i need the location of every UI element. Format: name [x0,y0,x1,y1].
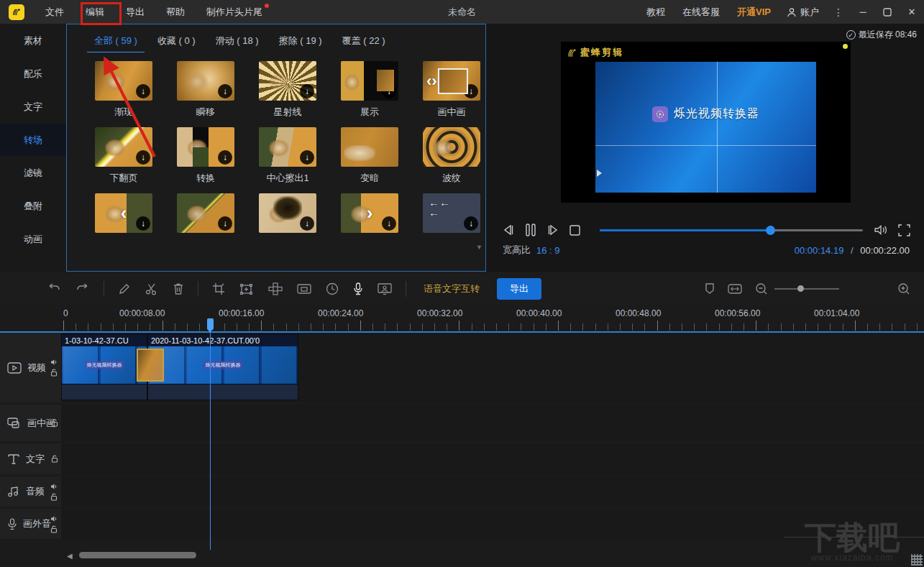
transition-item[interactable]: ↓ 转换 [166,127,245,183]
transition-item[interactable]: › ↓ [330,193,409,249]
transition-item[interactable]: ‹ ↓ [84,193,163,249]
track-header[interactable]: 视频 [0,333,61,402]
track-header[interactable]: 音频 [0,476,61,507]
transition-thumbnail[interactable]: ↓ [177,61,234,101]
track-header[interactable]: 文字 [0,443,61,474]
transition-thumbnail[interactable]: ↓ [341,127,398,167]
track-body[interactable] [61,405,924,441]
transition-item[interactable]: ↓ 变暗 [330,127,409,183]
volume-icon[interactable] [873,223,889,237]
picture-in-picture-button[interactable] [296,282,312,296]
transitions-tab[interactable]: 擦除 ( 19 ) [272,34,329,52]
transition-thumbnail[interactable]: ↓ [95,127,152,167]
track-body[interactable] [61,476,924,507]
download-icon[interactable]: ↓ [300,84,314,98]
download-icon[interactable]: ↓ [300,150,314,165]
track-header[interactable]: 画中画 [0,405,61,441]
export-button[interactable]: 导出 [497,278,541,300]
undo-button[interactable] [46,282,62,296]
minimize-button[interactable]: ─ [851,0,875,24]
transition-thumbnail[interactable]: ↓ [341,61,398,101]
transition-item[interactable]: ↓ 瞬移 [166,61,245,117]
horizontal-scrollbar[interactable] [79,552,196,558]
download-icon[interactable]: ↓ [464,216,478,231]
transition-thumbnail[interactable]: › ↓ [341,193,398,233]
track-body[interactable]: 1-03-10-42-37.CU 烁光视频转换器 2020-11-03-10-4… [61,333,924,402]
edit-pencil-button[interactable] [117,282,132,296]
transitions-tab[interactable]: 收藏 ( 0 ) [150,34,203,52]
split-scissors-button[interactable] [145,282,159,296]
playhead-handle[interactable] [207,318,214,330]
titlebar-link[interactable]: 在线客服 [674,0,728,24]
download-icon[interactable]: ↓ [136,216,150,231]
download-icon[interactable]: ↓ [382,216,396,231]
speech-text-convert-button[interactable]: 语音文字互转 [424,282,480,295]
transitions-tab[interactable]: 滑动 ( 18 ) [209,34,266,52]
track-lock-icon[interactable] [50,493,58,501]
transition-thumbnail[interactable]: ↓ [423,127,480,167]
previous-frame-button[interactable] [501,223,516,236]
transition-thumbnail[interactable]: ↓ [177,127,234,167]
scroll-left-icon[interactable]: ◀ [67,552,73,560]
fullscreen-icon[interactable] [897,223,911,237]
transition-thumbnail[interactable]: ‹› ↓ [423,61,480,101]
zoom-out-button[interactable] [754,282,769,296]
download-icon[interactable]: ↓ [300,216,314,231]
sidebar-item[interactable]: 文字 [0,91,66,123]
transition-item[interactable]: ↓ 展示 [330,61,409,117]
transition-item[interactable]: ↓ [166,193,245,249]
transition-item[interactable]: ↓ 下翻页 [84,127,163,183]
transition-item[interactable]: ↓ 波纹 [412,127,486,183]
track-lock-icon[interactable] [50,525,58,533]
transition-thumbnail[interactable]: ↓ [259,193,316,233]
menu-item[interactable]: 导出 [115,0,155,24]
track-header[interactable]: 画外音 [0,509,61,539]
transition-thumbnail[interactable]: ↓ [95,61,152,101]
stop-button[interactable] [569,224,581,236]
overflow-menu-icon[interactable]: ⋮ [826,6,851,18]
track-lock-icon[interactable] [51,419,58,427]
track-mute-icon[interactable] [50,483,58,490]
transition-item[interactable]: ↓ 星射线 [248,61,327,117]
track-mute-icon[interactable] [50,359,58,366]
sidebar-item[interactable]: 滤镜 [0,157,66,189]
maximize-button[interactable] [875,0,900,24]
transitions-tab[interactable]: 全部 ( 59 ) [87,34,145,52]
transition-item[interactable]: ←←← ↓ [412,193,486,249]
video-clip[interactable]: 1-03-10-42-37.CU 烁光视频转换器 [61,334,147,400]
timeline-transition-marker[interactable] [137,349,164,382]
menu-item[interactable]: 帮助 [155,0,196,24]
zoom-region-button[interactable] [239,282,255,296]
download-icon[interactable]: ↓ [218,150,232,165]
close-button[interactable]: ✕ [900,0,924,24]
zoom-slider-handle[interactable] [797,285,804,292]
account-button[interactable]: 账户 [779,6,826,19]
titlebar-link[interactable]: 教程 [638,0,674,24]
redo-button[interactable] [75,282,91,296]
track-lock-icon[interactable] [50,369,58,377]
track-body[interactable] [61,443,924,474]
marker-flag-button[interactable] [704,282,715,296]
scroll-down-icon[interactable]: ▼ [476,244,482,251]
transition-thumbnail[interactable]: ↓ [259,127,316,167]
menu-item[interactable]: 编辑 [75,0,115,24]
mosaic-button[interactable] [267,282,283,296]
transition-thumbnail[interactable]: ‹ ↓ [95,193,152,233]
next-frame-button[interactable] [546,223,560,236]
fit-timeline-button[interactable] [727,282,743,296]
sidebar-item[interactable]: 配乐 [0,57,66,90]
download-icon[interactable]: ↓ [136,150,150,165]
menu-item[interactable]: 文件 [35,0,75,24]
track-body[interactable] [61,509,924,539]
download-icon[interactable]: ↓ [136,84,150,98]
aspect-ratio-value[interactable]: 16 : 9 [536,245,560,256]
download-icon[interactable]: ↓ [218,216,232,231]
timeline-ruler[interactable]: 0 00:00:08.00 00:00:16.00 00:00:24.00 00… [0,305,924,331]
track-mute-icon[interactable] [50,515,58,522]
timeline-zoom-slider[interactable] [774,288,839,290]
transitions-tab[interactable]: 覆盖 ( 22 ) [335,34,393,52]
transition-item[interactable]: ↓ 中心擦出1 [248,127,327,183]
download-icon[interactable]: ↓ [218,84,232,98]
transition-item[interactable]: ↓ [248,193,327,249]
transition-item[interactable]: ↓ 渐现 [84,61,163,117]
